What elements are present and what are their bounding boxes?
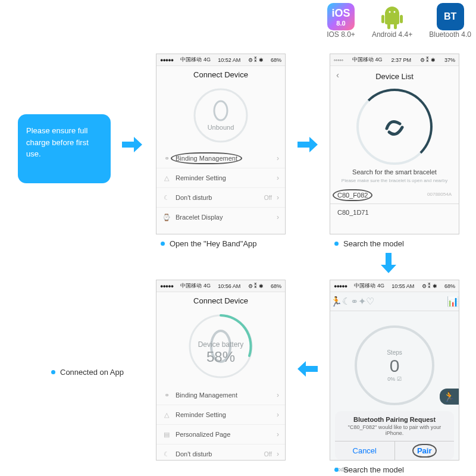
svg-rect-2 <box>381 15 384 23</box>
steps-label: Steps <box>387 349 402 356</box>
chevron-right-icon: › <box>277 154 279 162</box>
phone-step2: ◦◦◦◦◦中国移动 4G2:37 PM⚙ ⁑ ✱37% ‹ Device Lis… <box>330 54 459 234</box>
search-hint: Please make sure the bracelet is open an… <box>330 178 459 183</box>
moon-icon: ☾ <box>162 450 171 458</box>
svg-point-8 <box>195 89 247 142</box>
screen-title: Connect Device <box>156 66 285 83</box>
moon-icon: ☾ <box>162 193 171 202</box>
heart-icon[interactable]: ♡ <box>366 296 374 307</box>
bell-icon: △ <box>162 174 171 182</box>
watch-icon: ⌚ <box>162 213 171 221</box>
instruction-text: Please ensure full charge before first u… <box>26 126 89 158</box>
svg-point-9 <box>214 101 227 120</box>
display-label: Bracelet Display <box>176 214 272 221</box>
activity-icon[interactable]: 🏃 <box>330 296 342 307</box>
compat-android: Android 4.4+ <box>372 3 412 39</box>
arrow-right-1-icon <box>122 136 142 154</box>
steps-value: 0 <box>390 356 400 376</box>
row-binding-management[interactable]: ⚭ Binding Management › <box>156 386 285 405</box>
ios-badge-icon: iOS8.0 <box>327 3 355 30</box>
row-binding-management[interactable]: ⚭ Binding Management › <box>156 149 285 168</box>
bullet-icon <box>334 468 339 472</box>
status-bar: ●●●●●中国移动 4G10:56 AM⚙ ⁑ ✱68% <box>156 280 285 292</box>
search-label: Search for the smart bracelet <box>330 168 459 176</box>
cancel-button[interactable]: Cancel <box>335 441 395 460</box>
phone-step3: ●●●●●中国移动 4G10:56 AM⚙ ⁑ ✱68% Connect Dev… <box>156 280 286 461</box>
steps-pct: 0% ☑ <box>387 376 402 382</box>
svg-rect-3 <box>400 15 403 23</box>
device-1-name: C80_F082 <box>337 192 368 199</box>
chevron-right-icon: › <box>277 213 279 221</box>
row-personalized-page[interactable]: ▤ Personalized Page › <box>156 425 285 444</box>
run-shortcut-icon[interactable]: 🏃 <box>440 389 459 405</box>
screen-title: Device List <box>330 68 459 85</box>
bullet-icon <box>334 242 339 246</box>
ring-icon: Unbound <box>192 87 249 144</box>
status-bar: ◦◦◦◦◦中国移动 4G2:37 PM⚙ ⁑ ✱37% <box>330 54 459 66</box>
dnd-value: Off <box>264 195 272 201</box>
searching-spinner-icon <box>356 89 433 165</box>
link-icon: ⚭ <box>162 154 171 162</box>
pairing-popup: Bluetooth Pairing Request "C80_F082" wou… <box>335 411 454 460</box>
page-icon: ▤ <box>162 430 171 439</box>
row-reminder-setting[interactable]: △ Reminder Setting › <box>156 405 285 425</box>
chevron-right-icon: › <box>277 411 279 419</box>
caption-step1: Open the "Hey Band"App <box>161 239 257 248</box>
screen-title: Connect Device <box>156 292 285 309</box>
status-bar: ●●●●●中国移动 4G10:52 AM⚙ ⁑ ✱68% <box>156 54 285 66</box>
caption-connected: Connected on App <box>51 368 124 377</box>
svg-point-12 <box>211 331 230 362</box>
caption-step2: Search the model <box>334 239 404 248</box>
compat-ios: iOS8.0 IOS 8.0+ <box>327 3 355 39</box>
svg-rect-1 <box>385 14 399 24</box>
android-icon <box>378 3 406 30</box>
svg-text:Unbound: Unbound <box>208 124 234 131</box>
device-row-1[interactable]: C80_F082 00788054A <box>330 187 459 204</box>
sleep-icon[interactable]: ☾ <box>342 296 350 307</box>
device-row-2[interactable]: C80_1D71 <box>330 204 459 221</box>
arrow-left-icon <box>298 360 318 378</box>
row-reminder-setting[interactable]: △ Reminder Setting › <box>156 168 285 188</box>
popup-title: Bluetooth Pairing Request <box>335 411 454 423</box>
bell-icon: △ <box>162 411 171 419</box>
health-icon[interactable]: ⚭ <box>350 296 358 307</box>
chevron-right-icon: › <box>277 193 279 202</box>
svg-rect-4 <box>387 23 390 29</box>
chevron-right-icon: › <box>277 430 279 439</box>
compat-bluetooth: BT Bluetooth 4.0 <box>429 3 471 39</box>
chevron-right-icon: › <box>277 391 279 399</box>
arrow-down-icon <box>380 253 397 273</box>
battery-ring-icon <box>187 313 254 380</box>
bullet-icon <box>51 370 55 374</box>
bluetooth-icon: BT <box>437 3 464 30</box>
dnd-label: Don't disturb <box>176 194 259 201</box>
link-icon: ⚭ <box>162 391 171 399</box>
caption-step4: Search the model <box>334 465 404 474</box>
chevron-right-icon: › <box>277 174 279 182</box>
stats-icon[interactable]: 📊 <box>447 296 459 307</box>
phone-step1: ●●●●●中国移动 4G10:52 AM⚙ ⁑ ✱68% Connect Dev… <box>156 54 286 234</box>
chevron-right-icon: › <box>277 450 279 458</box>
arrow-right-2-icon <box>298 136 318 154</box>
device-2-name: C80_1D71 <box>337 209 369 216</box>
svg-point-6 <box>389 11 391 13</box>
row-bracelet-display[interactable]: ⌚ Bracelet Display › <box>156 208 285 227</box>
status-bar: ●●●●●中国移动 4G10:55 AM⚙ ⁑ ✱68% <box>330 280 459 292</box>
compat-android-label: Android 4.4+ <box>372 30 412 39</box>
compat-bt-label: Bluetooth 4.0 <box>429 30 471 39</box>
reminder-label: Reminder Setting <box>176 174 272 181</box>
popup-message: "C80_F082" would like to pair with your … <box>335 423 454 441</box>
svg-point-7 <box>394 11 396 13</box>
row-dont-disturb[interactable]: ☾ Don't disturb Off › <box>156 444 285 464</box>
binding-label: Binding Management <box>176 155 237 162</box>
svg-rect-5 <box>394 23 397 29</box>
row-dont-disturb[interactable]: ☾ Don't disturb Off › <box>156 188 285 208</box>
device-1-sub: 00788054A <box>427 192 452 197</box>
compat-ios-label: IOS 8.0+ <box>327 30 355 39</box>
bullet-icon <box>161 242 165 246</box>
dashboard-tabs: 🏃 ☾ ⚭ ✦ ♡ 📊 <box>330 292 459 311</box>
pair-button[interactable]: Pair <box>395 441 455 460</box>
steps-ring: Steps 0 0% ☑ <box>355 325 434 405</box>
phone-step4: ●●●●●中国移动 4G10:55 AM⚙ ⁑ ✱68% 🏃 ☾ ⚭ ✦ ♡ 📊… <box>330 280 459 461</box>
sport-icon[interactable]: ✦ <box>358 296 366 307</box>
